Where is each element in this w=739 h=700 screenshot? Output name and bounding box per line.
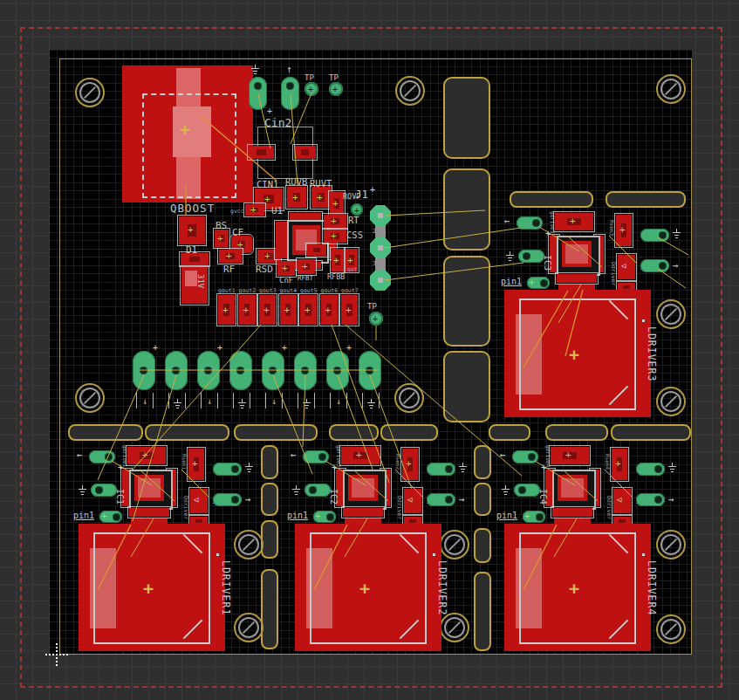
- rt[interactable]: +: [324, 215, 346, 228]
- d1-body[interactable]: 31V: [181, 267, 208, 304]
- pin1-pad[interactable]: +: [99, 511, 122, 523]
- cap-pad[interactable]: [133, 351, 155, 390]
- gvcc-cap[interactable]: +: [245, 204, 264, 216]
- cap-pad[interactable]: [165, 351, 188, 390]
- qboost-switch[interactable]: +: [179, 216, 205, 244]
- milling-slot[interactable]: [261, 445, 278, 479]
- ldriver-power-pad[interactable]: + LDRIVER4: [504, 524, 651, 651]
- milling-slot[interactable]: [474, 572, 491, 651]
- mounting-hole[interactable]: [440, 613, 469, 642]
- ddriver-diode[interactable]: [404, 489, 421, 513]
- mounting-hole[interactable]: [395, 76, 425, 106]
- testpoint-pad[interactable]: [329, 82, 343, 96]
- cin2-pad[interactable]: [249, 146, 274, 159]
- ruvb[interactable]: +: [287, 187, 306, 208]
- rfbb[interactable]: +: [332, 249, 344, 271]
- bs[interactable]: +: [215, 230, 229, 247]
- mounting-hole[interactable]: [656, 299, 686, 329]
- cap-pad[interactable]: [262, 351, 284, 390]
- milling-slot[interactable]: [510, 191, 593, 208]
- pin1-pad[interactable]: +: [527, 277, 550, 289]
- mounting-hole[interactable]: [75, 383, 105, 413]
- cap-pad[interactable]: [518, 250, 544, 263]
- ddriver-diode[interactable]: [613, 489, 631, 513]
- cap-pad[interactable]: [640, 229, 669, 242]
- milling-slot[interactable]: [489, 424, 530, 441]
- cap-pad[interactable]: [326, 351, 349, 390]
- gout-resistor[interactable]: +: [218, 295, 235, 325]
- milling-slot[interactable]: [68, 424, 143, 441]
- milling-slot[interactable]: [380, 424, 438, 441]
- milling-slot[interactable]: [474, 528, 491, 563]
- milling-slot[interactable]: [329, 424, 379, 441]
- rsen-resistor[interactable]: +: [402, 449, 418, 480]
- cap-pad[interactable]: [304, 484, 331, 497]
- cap-pad[interactable]: [91, 484, 117, 497]
- cap-pad[interactable]: [636, 463, 665, 476]
- milling-slot[interactable]: [443, 168, 490, 250]
- gate-driver-chip[interactable]: gdrive2 + IC2: [336, 443, 392, 527]
- ddriver-diode[interactable]: [618, 255, 635, 279]
- milling-slot[interactable]: [474, 483, 491, 516]
- cap-pad[interactable]: [303, 450, 329, 463]
- ldriver-power-pad[interactable]: + LDRIVER1: [79, 524, 225, 651]
- pin1-pad[interactable]: +: [313, 511, 336, 523]
- ldriver-power-pad[interactable]: + LDRIVER3: [504, 290, 651, 417]
- gout-resistor[interactable]: +: [280, 295, 297, 325]
- mounting-hole[interactable]: [656, 387, 686, 416]
- cap-pad[interactable]: [197, 351, 220, 390]
- gout-resistor[interactable]: +: [321, 295, 338, 325]
- cin2-pad[interactable]: [294, 146, 316, 159]
- cap-pad[interactable]: [213, 463, 242, 476]
- cap-pad[interactable]: [294, 351, 317, 390]
- j1-pad[interactable]: [370, 237, 391, 258]
- testpoint-pad[interactable]: [369, 312, 383, 326]
- mounting-hole[interactable]: [656, 614, 686, 644]
- d1[interactable]: [181, 253, 209, 265]
- cap-pad[interactable]: [229, 351, 252, 390]
- mounting-hole[interactable]: [75, 78, 105, 107]
- gate-driver-chip[interactable]: gdrive3 + IC3: [550, 209, 606, 293]
- gout-resistor[interactable]: +: [259, 295, 276, 325]
- milling-slot[interactable]: [606, 191, 686, 208]
- mounting-hole[interactable]: [234, 613, 263, 642]
- milling-slot[interactable]: [443, 256, 490, 347]
- pcb-editor-canvas[interactable]: + QBOOST + TP TP Cin2 + CIN1 + RUVB + RU…: [0, 0, 739, 700]
- rsen-resistor[interactable]: +: [616, 215, 632, 246]
- mounting-hole[interactable]: [656, 530, 686, 559]
- gout-resistor[interactable]: +: [341, 295, 358, 325]
- mounting-hole[interactable]: [234, 530, 263, 559]
- milling-slot[interactable]: [234, 424, 318, 441]
- cap-pad[interactable]: [517, 216, 543, 230]
- rsen-resistor[interactable]: +: [612, 449, 627, 480]
- driver-ic-cluster[interactable]: + pin1 + gdrive2 + IC2 Rsen2 + Ddriver +: [291, 443, 465, 531]
- milling-slot[interactable]: [443, 77, 490, 159]
- milling-slot[interactable]: [261, 569, 278, 649]
- cap-pad[interactable]: [281, 77, 299, 110]
- via-pad[interactable]: [351, 203, 363, 216]
- gout-resistor[interactable]: +: [239, 295, 256, 325]
- cap-pad[interactable]: [359, 351, 381, 390]
- rovp[interactable]: +: [330, 192, 344, 215]
- mounting-hole[interactable]: [440, 530, 469, 559]
- cap-pad[interactable]: [249, 77, 267, 110]
- cap-pad[interactable]: [213, 493, 242, 506]
- cap-pad[interactable]: [512, 450, 538, 463]
- gate-driver-chip[interactable]: gdrive1 + IC1: [122, 443, 178, 527]
- rf[interactable]: +: [219, 250, 242, 263]
- milling-slot[interactable]: [145, 424, 229, 441]
- pin1-pad[interactable]: +: [523, 511, 545, 523]
- milling-slot[interactable]: [261, 520, 278, 559]
- milling-slot[interactable]: [611, 424, 691, 441]
- cap-pad[interactable]: [636, 493, 665, 506]
- cap-pad[interactable]: [427, 463, 455, 476]
- cap-pad[interactable]: [514, 484, 540, 497]
- cap-pad[interactable]: [640, 259, 669, 272]
- cnf[interactable]: +: [277, 261, 295, 276]
- mounting-hole[interactable]: [394, 383, 424, 413]
- cap-pad[interactable]: [89, 450, 115, 463]
- mounting-hole[interactable]: [656, 74, 686, 104]
- ddriver-diode[interactable]: [190, 489, 208, 513]
- filter-cap[interactable]: [307, 244, 326, 256]
- gout-resistor[interactable]: +: [300, 295, 317, 325]
